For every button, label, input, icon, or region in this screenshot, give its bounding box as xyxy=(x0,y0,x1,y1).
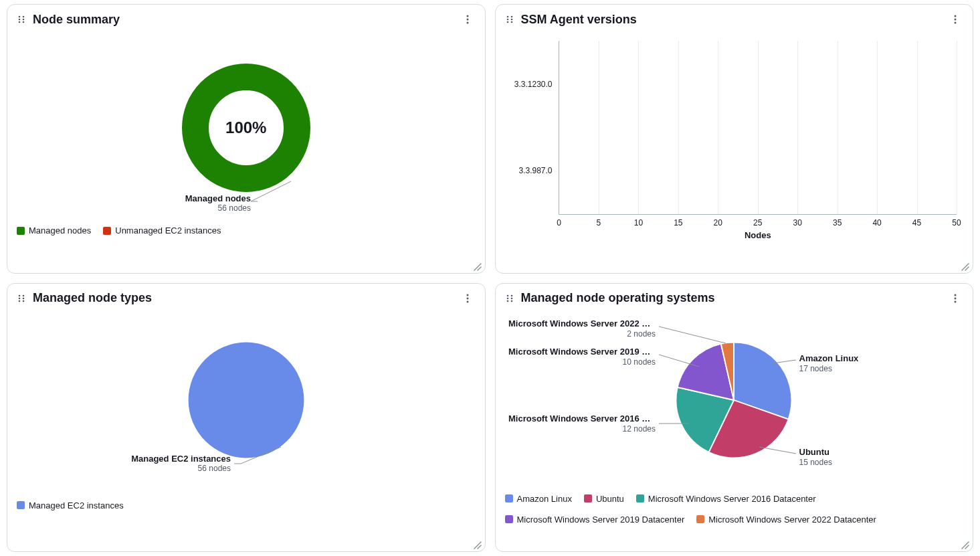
x-tick: 45 xyxy=(912,218,921,227)
svg-point-5 xyxy=(23,21,25,23)
svg-point-2 xyxy=(19,19,21,21)
pie-wrap xyxy=(186,340,306,460)
svg-point-15 xyxy=(510,19,512,21)
legend-swatch xyxy=(636,494,644,502)
card-body: 3.3.1230.0 3.3.987.0 Nodes 0510152025303… xyxy=(496,29,973,273)
svg-point-42 xyxy=(955,297,957,299)
card-menu-button[interactable] xyxy=(460,11,476,27)
svg-line-11 xyxy=(478,267,481,270)
callout-sub: 56 nodes xyxy=(104,203,251,213)
x-tick: 10 xyxy=(634,218,643,227)
callout-sub: 10 nodes xyxy=(508,357,656,367)
card-ssm-agent-versions: SSM Agent versions 3.3.1230.0 3.3.987.0 xyxy=(495,4,974,274)
svg-point-31 xyxy=(466,300,468,302)
svg-point-6 xyxy=(466,15,468,17)
callout-title: Microsoft Windows Server 2016 Dat... xyxy=(508,413,656,424)
legend-item[interactable]: Microsoft Windows Server 2022 Datacenter xyxy=(696,515,876,525)
svg-point-30 xyxy=(466,297,468,299)
x-tick: 40 xyxy=(872,218,881,227)
svg-point-18 xyxy=(955,15,957,17)
svg-point-32 xyxy=(188,342,304,458)
svg-point-20 xyxy=(955,22,957,24)
svg-point-26 xyxy=(23,297,25,299)
x-tick: 25 xyxy=(753,218,762,227)
card-header: SSM Agent versions xyxy=(496,5,973,29)
svg-point-38 xyxy=(510,297,512,299)
svg-point-16 xyxy=(506,21,508,23)
drag-handle-icon[interactable] xyxy=(17,294,26,303)
legend-label: Microsoft Windows Server 2019 Datacenter xyxy=(517,515,685,525)
legend-item[interactable]: Microsoft Windows Server 2019 Datacenter xyxy=(505,515,685,525)
card-menu-button[interactable] xyxy=(460,290,476,306)
bar-category: 3.3.1230.0 xyxy=(514,80,553,89)
svg-point-25 xyxy=(19,297,21,299)
legend-item-ec2[interactable]: Managed EC2 instances xyxy=(17,500,124,511)
svg-line-34 xyxy=(478,545,481,549)
callout-sub: 56 nodes xyxy=(64,464,231,473)
resize-handle-icon[interactable] xyxy=(959,261,970,272)
resize-handle-icon[interactable] xyxy=(472,539,482,550)
callout-sub: 12 nodes xyxy=(508,424,656,434)
pie-callout-w2022: Microsoft Windows Server 2022 Dat... 2 n… xyxy=(508,318,656,339)
callout-title: Ubuntu xyxy=(799,447,832,458)
card-header: Managed node types xyxy=(7,284,485,308)
callout-title: Managed EC2 instances xyxy=(64,454,231,464)
pie-callout: Managed EC2 instances 56 nodes xyxy=(64,454,231,473)
legend-swatch xyxy=(696,515,704,523)
pie-wrap xyxy=(674,340,794,460)
legend: Amazon Linux Ubuntu Microsoft Windows Se… xyxy=(505,494,964,525)
svg-point-36 xyxy=(510,294,512,296)
svg-line-33 xyxy=(474,542,481,549)
pie-callout-w2016: Microsoft Windows Server 2016 Dat... 12 … xyxy=(508,413,656,434)
legend-item[interactable]: Amazon Linux xyxy=(505,494,572,504)
drag-handle-icon[interactable] xyxy=(505,15,514,24)
bar-category: 3.3.987.0 xyxy=(518,166,552,175)
card-header: Managed node operating systems xyxy=(496,284,973,308)
pie-callout-ubuntu: Ubuntu 15 nodes xyxy=(799,447,832,468)
resize-handle-icon[interactable] xyxy=(472,261,482,272)
legend-item[interactable]: Ubuntu xyxy=(584,494,624,504)
dashboard-grid: Node summary 100% Managed nodes 56 nodes xyxy=(0,0,980,556)
svg-point-35 xyxy=(506,294,508,296)
card-menu-button[interactable] xyxy=(947,290,963,306)
svg-point-41 xyxy=(955,294,957,296)
x-tick: 5 xyxy=(597,218,601,227)
drag-handle-icon[interactable] xyxy=(17,15,26,24)
legend-label: Managed EC2 instances xyxy=(29,500,124,511)
legend-item-unmanaged[interactable]: Unmanaged EC2 instances xyxy=(103,225,221,236)
drag-handle-icon[interactable] xyxy=(505,294,514,303)
callout-title: Managed nodes xyxy=(104,193,251,203)
svg-point-27 xyxy=(19,300,21,302)
card-title: Managed node operating systems xyxy=(521,291,948,305)
card-managed-node-types: Managed node types Managed EC2 instances… xyxy=(7,283,486,553)
pie-callout-amazon: Amazon Linux 17 nodes xyxy=(799,353,859,374)
callout-sub: 15 nodes xyxy=(799,458,832,468)
svg-point-4 xyxy=(19,21,21,23)
svg-line-44 xyxy=(962,542,969,549)
callout-title: Microsoft Windows Server 2019 Dat... xyxy=(508,347,656,357)
svg-point-13 xyxy=(510,16,512,18)
pie-callout-w2019: Microsoft Windows Server 2019 Dat... 10 … xyxy=(508,347,656,367)
legend-item-managed[interactable]: Managed nodes xyxy=(17,225,91,236)
card-body: 100% Managed nodes 56 nodes Managed node… xyxy=(7,29,485,273)
x-tick: 0 xyxy=(557,218,561,227)
callout-sub: 2 nodes xyxy=(508,329,656,339)
legend-swatch xyxy=(584,494,592,502)
card-body: Amazon Linux 17 nodes Ubuntu 15 nodes Mi… xyxy=(496,308,973,552)
resize-handle-icon[interactable] xyxy=(959,539,970,550)
x-tick: 50 xyxy=(952,218,961,227)
x-axis-label: Nodes xyxy=(745,230,771,240)
card-menu-button[interactable] xyxy=(947,11,963,27)
svg-point-19 xyxy=(955,19,957,21)
svg-point-23 xyxy=(19,294,21,296)
bar-chart: 3.3.1230.0 3.3.987.0 Nodes 0510152025303… xyxy=(505,34,964,242)
legend-label: Managed nodes xyxy=(29,225,91,236)
legend-item[interactable]: Microsoft Windows Server 2016 Datacenter xyxy=(636,494,816,504)
svg-point-29 xyxy=(466,294,468,296)
svg-point-7 xyxy=(466,19,468,21)
card-body: Managed EC2 instances 56 nodes Managed E… xyxy=(7,308,485,552)
legend-label: Microsoft Windows Server 2022 Datacenter xyxy=(708,515,876,525)
card-title: Managed node types xyxy=(33,291,460,305)
svg-point-12 xyxy=(506,16,508,18)
donut-callout: Managed nodes 56 nodes xyxy=(104,193,251,213)
